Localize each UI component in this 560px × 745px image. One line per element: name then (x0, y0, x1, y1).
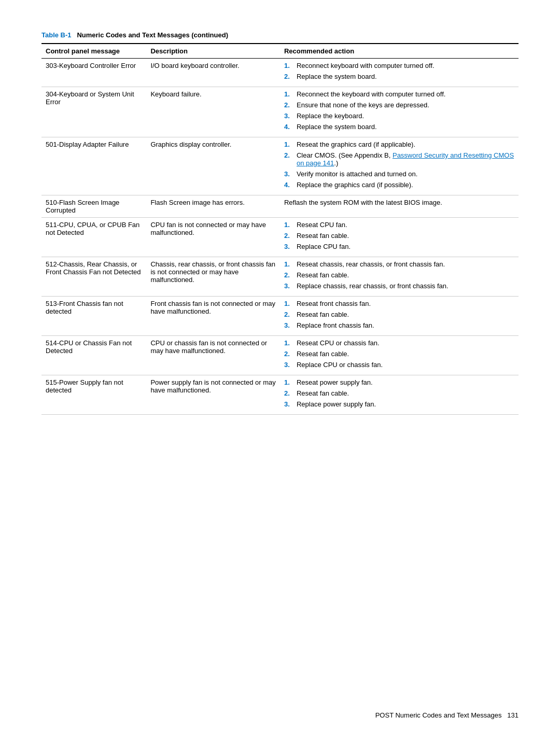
page-footer: POST Numeric Codes and Text Messages 131 (375, 711, 519, 719)
action-number: 2. (284, 271, 293, 279)
cell-control: 304-Keyboard or System Unit Error (41, 87, 146, 137)
cell-description: Chassis, rear chassis, or front chassis … (146, 257, 280, 297)
cell-description: Power supply fan is not connected or may… (146, 375, 280, 415)
action-number: 2. (284, 389, 293, 397)
list-item: 2.Reseat fan cable. (284, 389, 514, 397)
action-number: 3. (284, 243, 293, 250)
list-item: 3.Replace CPU or chassis fan. (284, 361, 514, 369)
footer-text: POST Numeric Codes and Text Messages (375, 711, 502, 719)
action-text: Replace the system board. (297, 73, 377, 80)
cell-action: 1.Reconnect the keyboard with computer t… (280, 87, 519, 137)
action-number: 4. (284, 123, 293, 131)
cell-description: I/O board keyboard controller. (146, 59, 280, 87)
action-text: Reseat CPU fan. (297, 221, 347, 229)
table-row: 501-Display Adapter FailureGraphics disp… (41, 137, 519, 195)
action-text: Reseat power supply fan. (297, 378, 373, 386)
cell-control: 514-CPU or Chassis Fan not Detected (41, 336, 146, 375)
table-row: 510-Flash Screen Image CorruptedFlash Sc… (41, 195, 519, 218)
cell-action: Reflash the system ROM with the latest B… (280, 195, 519, 218)
action-number: 2. (284, 101, 293, 109)
action-text: Ensure that none of the keys are depress… (297, 101, 429, 109)
action-number: 1. (284, 378, 293, 386)
cell-control: 515-Power Supply fan not detected (41, 375, 146, 415)
cell-action: 1.Reconnect keyboard with computer turne… (280, 59, 519, 87)
list-item: 2.Reseat fan cable. (284, 311, 514, 318)
list-item: 1.Reconnect the keyboard with computer t… (284, 90, 514, 98)
header-desc: Description (146, 44, 280, 59)
cell-control: 512-Chassis, Rear Chassis, or Front Chas… (41, 257, 146, 297)
table-row: 512-Chassis, Rear Chassis, or Front Chas… (41, 257, 519, 297)
action-text: Replace the graphics card (if possible). (297, 181, 413, 189)
action-text: Replace power supply fan. (297, 400, 376, 408)
footer-page: 131 (507, 711, 519, 719)
cell-description: Graphics display controller. (146, 137, 280, 195)
action-number: 4. (284, 181, 293, 189)
cell-description: CPU fan is not connected or may have mal… (146, 218, 280, 257)
action-number: 2. (284, 151, 293, 159)
header-action: Recommended action (280, 44, 519, 59)
action-number: 3. (284, 170, 293, 178)
cell-action: 1.Reseat the graphics card (if applicabl… (280, 137, 519, 195)
list-item: 1.Reconnect keyboard with computer turne… (284, 62, 514, 69)
header-control: Control panel message (41, 44, 146, 59)
table-row: 513-Front Chassis fan not detectedFront … (41, 297, 519, 336)
action-number: 3. (284, 282, 293, 290)
action-number: 1. (284, 90, 293, 98)
action-number: 1. (284, 140, 293, 148)
action-text: Reseat front chassis fan. (297, 300, 371, 307)
table-row: 514-CPU or Chassis Fan not DetectedCPU o… (41, 336, 519, 375)
cell-action: 1.Reseat CPU fan.2.Reseat fan cable.3.Re… (280, 218, 519, 257)
cell-control: 510-Flash Screen Image Corrupted (41, 195, 146, 218)
list-item: 4.Replace the system board. (284, 123, 514, 131)
action-text: Verify monitor is attached and turned on… (297, 170, 417, 178)
cell-control: 303-Keyboard Controller Error (41, 59, 146, 87)
list-item: 4.Replace the graphics card (if possible… (284, 181, 514, 189)
action-number: 3. (284, 400, 293, 408)
action-number: 1. (284, 62, 293, 69)
cell-action: 1.Reseat front chassis fan.2.Reseat fan … (280, 297, 519, 336)
action-text: Reseat fan cable. (297, 311, 349, 318)
action-text: Reseat chassis, rear chassis, or front c… (297, 260, 445, 268)
action-number: 3. (284, 321, 293, 329)
action-text: Replace front chassis fan. (297, 321, 374, 329)
action-number: 1. (284, 300, 293, 307)
action-number: 3. (284, 361, 293, 369)
action-text: Reconnect keyboard with computer turned … (297, 62, 435, 69)
action-text: Replace CPU or chassis fan. (297, 361, 383, 369)
action-text: Replace the keyboard. (297, 112, 364, 120)
action-number: 3. (284, 112, 293, 120)
action-number: 2. (284, 311, 293, 318)
action-number: 1. (284, 339, 293, 347)
list-item: 1.Reseat front chassis fan. (284, 300, 514, 307)
list-item: 3.Replace power supply fan. (284, 400, 514, 408)
cell-action: 1.Reseat power supply fan.2.Reseat fan c… (280, 375, 519, 415)
list-item: 2.Reseat fan cable. (284, 350, 514, 358)
cell-description: Front chassis fan is not connected or ma… (146, 297, 280, 336)
action-text: Reconnect the keyboard with computer tur… (297, 90, 445, 98)
list-item: 3.Replace the keyboard. (284, 112, 514, 120)
list-item: 1.Reseat CPU or chassis fan. (284, 339, 514, 347)
table-title: Table B-1 Numeric Codes and Text Message… (41, 31, 519, 39)
cell-description: Flash Screen image has errors. (146, 195, 280, 218)
cell-action: 1.Reseat chassis, rear chassis, or front… (280, 257, 519, 297)
action-text: Reseat fan cable. (297, 389, 349, 397)
action-text: Replace the system board. (297, 123, 377, 131)
cell-description: CPU or chassis fan is not connected or m… (146, 336, 280, 375)
cell-control: 511-CPU, CPUA, or CPUB Fan not Detected (41, 218, 146, 257)
action-text: Reseat fan cable. (297, 232, 349, 240)
action-text: Clear CMOS. (See Appendix B, Password Se… (297, 151, 514, 167)
action-number: 2. (284, 350, 293, 358)
cell-control: 501-Display Adapter Failure (41, 137, 146, 195)
action-link[interactable]: Password Security and Resetting CMOS on … (297, 151, 514, 167)
list-item: 2.Replace the system board. (284, 73, 514, 80)
cell-control: 513-Front Chassis fan not detected (41, 297, 146, 336)
list-item: 1.Reseat chassis, rear chassis, or front… (284, 260, 514, 268)
list-item: 3.Replace CPU fan. (284, 243, 514, 250)
list-item: 3.Replace front chassis fan. (284, 321, 514, 329)
list-item: 3.Verify monitor is attached and turned … (284, 170, 514, 178)
table-label: Table B-1 (41, 31, 72, 39)
action-number: 1. (284, 260, 293, 268)
list-item: 1.Reseat power supply fan. (284, 378, 514, 386)
action-number: 1. (284, 221, 293, 229)
single-action-text: Reflash the system ROM with the latest B… (284, 199, 442, 206)
